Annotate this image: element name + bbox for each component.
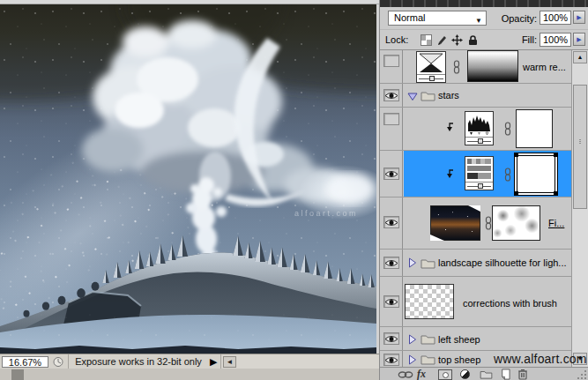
fill-value-field[interactable]: 100%: [540, 33, 571, 47]
adjustment-thumbnail-channel[interactable]: [465, 156, 494, 190]
selected-mask-thumbnail[interactable]: [514, 153, 558, 196]
visibility-cell[interactable]: [380, 327, 403, 350]
folder-icon: [421, 90, 435, 101]
visibility-cell[interactable]: [380, 197, 403, 249]
lock-paint-icon[interactable]: [436, 34, 448, 46]
layer-style-fx-icon[interactable]: fx: [417, 369, 426, 380]
lock-position-icon[interactable]: [451, 34, 463, 46]
fill-slider-popup-button[interactable]: ▶: [573, 33, 585, 46]
blend-mode-value: Normal: [394, 12, 425, 23]
eye-icon: [384, 218, 398, 227]
levels-icon: [465, 112, 493, 137]
lock-row: Lock: Fill: 100% ▶: [380, 29, 588, 49]
window-bottom-strip: [0, 369, 379, 380]
opacity-label: Opacity:: [484, 13, 537, 24]
canvas-watermark: alfoart.com: [294, 209, 358, 218]
layer-row-left-sheep[interactable]: left sheep: [380, 327, 571, 351]
delete-layer-icon[interactable]: [517, 369, 528, 380]
opacity-slider-popup-button[interactable]: ▶: [573, 11, 585, 24]
transparent-layer-thumbnail[interactable]: [405, 284, 454, 319]
lock-all-icon[interactable]: [467, 34, 479, 46]
panel-tab-strip[interactable]: [380, 0, 588, 7]
eye-icon: [384, 334, 398, 344]
layer-name: Fi...: [548, 218, 564, 228]
layers-panel-bottom-bar: fx: [380, 367, 588, 380]
new-group-icon[interactable]: [480, 369, 493, 379]
layers-list: warm re... stars: [380, 49, 588, 367]
layer-row-selected-adjustment[interactable]: [380, 151, 571, 197]
eye-icon: [384, 258, 398, 268]
layer-mask-thumbnail[interactable]: [516, 109, 553, 148]
eye-icon: [384, 297, 398, 307]
visibility-cell[interactable]: [380, 250, 403, 276]
scroll-up-button[interactable]: ▲: [573, 51, 587, 63]
document-horizontal-scrollbar[interactable]: ◄: [221, 355, 379, 369]
add-layer-mask-icon[interactable]: [438, 369, 452, 380]
group-name: top sheep: [438, 354, 480, 365]
layer-row-warm-re[interactable]: warm re...: [380, 50, 571, 84]
visibility-checkbox[interactable]: [383, 354, 399, 366]
visibility-checkbox[interactable]: [383, 257, 399, 269]
visibility-checkbox[interactable]: [383, 332, 399, 345]
blend-mode-select[interactable]: Normal ▼: [388, 11, 487, 26]
scroll-left-button[interactable]: ◄: [223, 356, 236, 368]
gradient-mask-thumbnail[interactable]: [467, 50, 518, 82]
visibility-checkbox[interactable]: [383, 168, 399, 180]
clipping-mask-arrow-icon: [445, 123, 454, 132]
cloud-mask-thumbnail[interactable]: [492, 205, 540, 241]
link-layers-icon[interactable]: [398, 371, 413, 378]
eye-icon: [384, 355, 398, 365]
group-name: stars: [438, 90, 459, 101]
status-menu-arrow[interactable]: ▶: [210, 355, 217, 369]
group-collapsed-triangle-icon[interactable]: [407, 334, 418, 345]
layer-name: warm re...: [523, 62, 566, 72]
winter-scene-artwork: alfoart.com: [0, 4, 376, 354]
visibility-cell[interactable]: [380, 50, 403, 83]
scrollbar-thumb[interactable]: [573, 85, 587, 209]
layers-scrollbar[interactable]: ▲ ▼: [571, 50, 588, 367]
layer-row-fi[interactable]: Fi...: [380, 197, 571, 250]
folder-icon: [421, 354, 435, 365]
group-expanded-triangle-icon[interactable]: [407, 92, 418, 102]
image-thumbnail-nebula[interactable]: [430, 205, 480, 241]
blend-mode-row: Normal ▼ Opacity: 100% ▶: [380, 7, 588, 29]
folder-icon: [421, 257, 435, 269]
new-layer-icon[interactable]: [499, 369, 510, 380]
exposure-icon: [417, 52, 445, 74]
visibility-checkbox[interactable]: [383, 295, 399, 308]
lock-label: Lock:: [385, 34, 413, 45]
visibility-cell[interactable]: [380, 351, 403, 367]
layer-row-levels-adjustment[interactable]: [380, 108, 571, 151]
visibility-cell[interactable]: [380, 84, 403, 107]
adjustment-thumbnail-exposure[interactable]: [416, 51, 446, 83]
layer-row-stars-group[interactable]: stars: [380, 84, 571, 108]
status-bar: 16.67% Exposure works in 32-bit only ▶ ◄: [0, 354, 379, 369]
layers-panel: Normal ▼ Opacity: 100% ▶ Lock: Fill: 100…: [380, 0, 588, 380]
visibility-checkbox-empty[interactable]: [383, 113, 399, 125]
group-collapsed-triangle-icon[interactable]: [407, 354, 418, 365]
new-adjustment-layer-icon[interactable]: [460, 369, 470, 379]
visibility-cell[interactable]: [380, 277, 403, 326]
visibility-cell[interactable]: [380, 151, 403, 197]
clipping-mask-arrow-icon: [445, 169, 454, 179]
group-name: landscape silhouette for ligh...: [438, 257, 567, 268]
link-mask-icon: [452, 60, 461, 74]
zoom-level-field[interactable]: 16.67%: [2, 356, 48, 368]
layer-row-corrections[interactable]: corrections with brush: [380, 277, 571, 327]
opacity-value-field[interactable]: 100%: [540, 11, 571, 25]
group-collapsed-triangle-icon[interactable]: [407, 257, 418, 268]
visibility-checkbox[interactable]: [383, 216, 399, 228]
canvas-image[interactable]: alfoart.com: [0, 4, 376, 354]
layer-row-landscape-group[interactable]: landscape silhouette for ligh...: [380, 250, 571, 277]
link-mask-icon: [503, 122, 512, 136]
adjustment-thumbnail-levels[interactable]: [465, 111, 494, 145]
status-message: Exposure works in 32-bit only: [69, 356, 208, 368]
group-name: left sheep: [438, 334, 480, 345]
window-bottom-block: [11, 369, 24, 380]
chevron-down-icon: ▼: [475, 14, 482, 27]
visibility-checkbox-empty[interactable]: [383, 55, 399, 67]
panel-resize-grip[interactable]: [577, 369, 587, 379]
lock-transparency-icon[interactable]: [421, 34, 432, 46]
visibility-checkbox[interactable]: [383, 89, 399, 101]
visibility-cell[interactable]: [380, 108, 403, 150]
